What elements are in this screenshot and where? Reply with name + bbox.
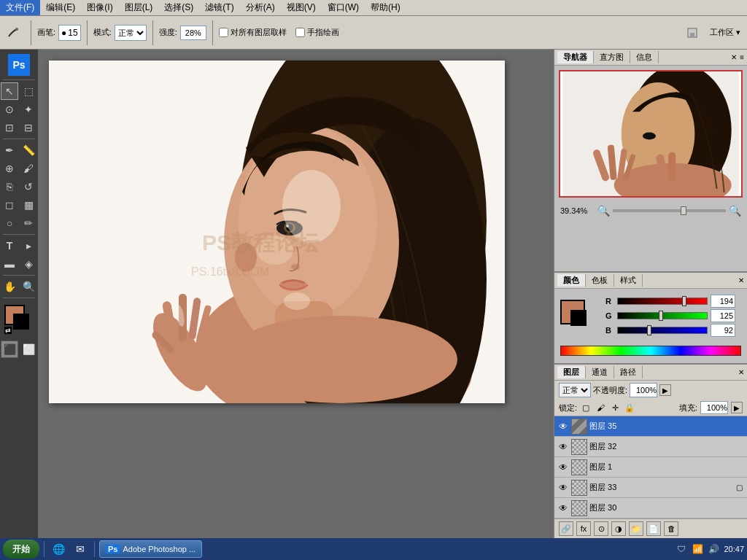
layer-visibility-35[interactable]: 👁 xyxy=(557,421,569,432)
layer-item[interactable]: 👁 图层 30 xyxy=(554,498,747,518)
quick-select-tool[interactable]: ✦ xyxy=(20,101,37,118)
g-thumb[interactable] xyxy=(659,311,663,321)
swap-colors-icon[interactable]: ⇄ xyxy=(4,326,12,335)
shape-tool[interactable]: ▬ xyxy=(1,255,18,273)
layers-tab[interactable]: 图层 xyxy=(557,366,586,378)
histogram-tab[interactable]: 直方图 xyxy=(594,51,630,63)
layer-visibility-33[interactable]: 👁 xyxy=(557,482,569,494)
menu-filter[interactable]: 滤镜(T) xyxy=(199,0,239,15)
layer-mask-button[interactable]: ⊙ xyxy=(594,521,608,536)
menu-view[interactable]: 视图(V) xyxy=(281,0,322,15)
zoom-out-icon[interactable]: 🔍 xyxy=(597,205,610,217)
navigator-tab[interactable]: 导航器 xyxy=(557,51,594,63)
pen-tool[interactable]: ✏ xyxy=(20,214,37,232)
menu-analyze[interactable]: 分析(A) xyxy=(240,0,281,15)
layer-visibility-1[interactable]: 👁 xyxy=(557,462,569,473)
menu-layer[interactable]: 图层(L) xyxy=(119,0,159,15)
standard-mode-icon[interactable]: ⬛ xyxy=(1,341,18,358)
clone-stamp-tool[interactable]: ⎘ xyxy=(1,178,18,195)
layer-item[interactable]: 👁 图层 1 xyxy=(554,457,747,478)
color-tab[interactable]: 颜色 xyxy=(557,274,586,287)
lock-transparent-icon[interactable]: ▢ xyxy=(580,402,592,413)
workspace-button[interactable]: 工作区 ▾ xyxy=(706,25,744,40)
zoom-in-icon[interactable]: 🔍 xyxy=(729,205,741,217)
crop-tool[interactable]: ⊡ xyxy=(1,119,18,136)
new-layer-button[interactable]: 📄 xyxy=(646,521,661,536)
save-preset-button[interactable] xyxy=(683,25,702,41)
lock-brush-icon[interactable]: 🖌 xyxy=(595,402,606,413)
nav-zoom-slider[interactable] xyxy=(613,209,726,212)
strength-input[interactable] xyxy=(180,26,206,40)
eyedropper-tool[interactable]: ✒ xyxy=(1,141,18,159)
layer-style-button[interactable]: fx xyxy=(576,521,591,536)
opacity-input[interactable] xyxy=(630,383,657,397)
marquee-tool[interactable]: ⬚ xyxy=(20,82,37,100)
styles-tab[interactable]: 样式 xyxy=(614,274,643,287)
layers-close-icon[interactable]: ✕ xyxy=(738,368,744,376)
tray-network-icon[interactable]: 📶 xyxy=(692,543,703,555)
layer-item[interactable]: 👁 图层 32 xyxy=(554,437,747,457)
lock-position-icon[interactable]: ✛ xyxy=(609,402,621,413)
layer-item[interactable]: 👁 图层 33 ▢ xyxy=(554,478,747,498)
background-color[interactable] xyxy=(13,314,29,330)
eraser-tool[interactable]: ◻ xyxy=(1,196,18,214)
taskbar-ie-icon[interactable]: 🌐 xyxy=(49,540,68,559)
brush-size-box[interactable]: ● 15 xyxy=(58,25,81,41)
menu-select[interactable]: 选择(S) xyxy=(158,0,199,15)
canvas[interactable]: PS教程论坛 PS.16tx8.COM xyxy=(49,61,505,403)
b-slider[interactable] xyxy=(617,327,708,334)
swatches-tab[interactable]: 色板 xyxy=(586,274,614,287)
menu-edit[interactable]: 编辑(E) xyxy=(40,0,81,15)
move-tool[interactable]: ↖ xyxy=(1,82,18,100)
layer-item[interactable]: 👁 图层 35 xyxy=(554,416,747,437)
finger-wrap[interactable]: 手指绘画 xyxy=(295,27,339,38)
layer-adjustment-button[interactable]: ◑ xyxy=(611,521,626,536)
text-tool[interactable]: T xyxy=(1,237,18,254)
brush-tool[interactable]: 🖌 xyxy=(20,160,37,177)
navigator-close-icon[interactable]: ✕ xyxy=(731,53,737,61)
g-slider[interactable] xyxy=(617,312,708,319)
layer-link-button[interactable]: 🔗 xyxy=(559,521,573,536)
mode-select[interactable]: 正常 xyxy=(115,25,147,41)
dodge-tool[interactable]: ○ xyxy=(1,214,18,232)
finger-checkbox[interactable] xyxy=(295,28,305,37)
layer-group-button[interactable]: 📁 xyxy=(629,521,643,536)
path-select-tool[interactable]: ▸ xyxy=(20,237,37,254)
photoshop-taskbar-btn[interactable]: Ps Adobe Photoshop ... xyxy=(99,540,202,558)
menu-window[interactable]: 窗口(W) xyxy=(322,0,365,15)
lasso-tool[interactable]: ⊙ xyxy=(1,101,18,118)
smudge-tool-icon[interactable] xyxy=(3,23,25,42)
r-thumb[interactable] xyxy=(682,296,686,306)
ruler-tool[interactable]: 📏 xyxy=(20,141,37,159)
channels-tab[interactable]: 通道 xyxy=(586,366,614,378)
navigator-options-icon[interactable]: ≡ xyxy=(740,53,744,61)
tray-antivirus-icon[interactable]: 🛡 xyxy=(676,543,687,555)
delete-layer-button[interactable]: 🗑 xyxy=(664,521,678,536)
hand-tool[interactable]: ✋ xyxy=(1,278,18,295)
color-close-icon[interactable]: ✕ xyxy=(738,276,744,284)
r-slider[interactable] xyxy=(617,298,708,305)
b-value[interactable] xyxy=(711,324,735,337)
all-layers-checkbox[interactable] xyxy=(219,28,228,37)
opacity-arrow[interactable]: ▶ xyxy=(659,384,671,396)
bg-swatch[interactable] xyxy=(570,310,587,326)
layer-visibility-32[interactable]: 👁 xyxy=(557,441,569,453)
color-spectrum[interactable] xyxy=(560,346,741,356)
fill-input[interactable] xyxy=(700,401,728,414)
fullscreen-mode-icon[interactable]: ⬜ xyxy=(20,341,37,358)
start-button[interactable]: 开始 xyxy=(3,540,39,559)
taskbar-email-icon[interactable]: ✉ xyxy=(71,540,90,559)
menu-image[interactable]: 图像(I) xyxy=(81,0,118,15)
tray-volume-icon[interactable]: 🔊 xyxy=(708,543,719,555)
zoom-tool[interactable]: 🔍 xyxy=(20,278,37,295)
menu-file[interactable]: 文件(F) xyxy=(0,0,40,15)
lock-all-icon[interactable]: 🔒 xyxy=(624,402,635,413)
history-brush-tool[interactable]: ↺ xyxy=(20,178,37,195)
navigator-preview[interactable] xyxy=(559,70,743,198)
fill-arrow[interactable]: ▶ xyxy=(731,402,743,413)
3d-tool[interactable]: ◈ xyxy=(20,255,37,273)
b-thumb[interactable] xyxy=(647,325,651,335)
r-value[interactable] xyxy=(711,295,735,308)
nav-slider-thumb[interactable] xyxy=(681,206,686,215)
g-value[interactable] xyxy=(711,309,735,322)
